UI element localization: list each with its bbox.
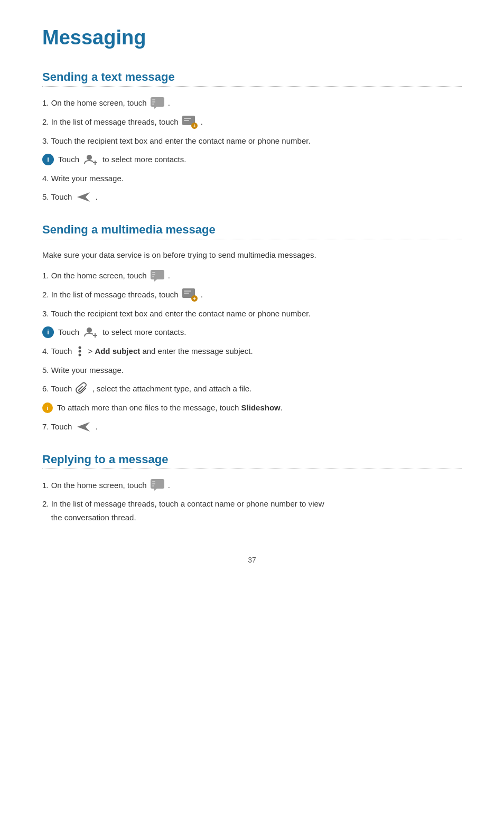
tip-2-slideshow: i To attach more than one files to the m…: [42, 401, 462, 415]
svg-point-29: [79, 353, 81, 356]
tip-1-contacts: i Touch to select more contacts.: [42, 153, 462, 166]
info-icon-sm-1: i: [42, 403, 53, 413]
step-2-5: 5. Write your message.: [42, 363, 462, 377]
svg-marker-4: [154, 107, 157, 109]
svg-marker-13: [77, 192, 90, 202]
svg-rect-15: [152, 272, 155, 273]
step-3-2: 2. In the list of message threads, touch…: [42, 497, 462, 524]
section-title-reply: Replying to a message: [42, 453, 462, 466]
more-icon-1: [75, 344, 85, 358]
step-2-7: 7. Touch .: [42, 420, 462, 434]
section-title-multimedia: Sending a multimedia message: [42, 223, 462, 237]
section-multimedia-message: Sending a multimedia message Make sure y…: [42, 223, 462, 434]
step-2-4: 4. Touch > Add subject and enter the mes…: [42, 344, 462, 358]
svg-rect-32: [152, 481, 155, 482]
svg-rect-21: [184, 293, 189, 294]
tip-2-contacts: i Touch to select more contacts.: [42, 325, 462, 339]
step-1-5: 5. Touch .: [42, 190, 462, 204]
svg-point-27: [79, 346, 81, 349]
section-title-text: Sending a text message: [42, 70, 462, 84]
section-divider-3: [42, 469, 462, 469]
add-contact-icon-1: [83, 153, 98, 166]
messaging-icon-2: [150, 269, 165, 282]
step-1-1: 1. On the home screen, touch .: [42, 96, 462, 110]
messaging-icon-3: [150, 479, 165, 491]
svg-rect-1: [152, 99, 155, 100]
compose-icon-1: +: [182, 115, 198, 129]
section-text-message: Sending a text message 1. On the home sc…: [42, 70, 462, 204]
svg-rect-34: [152, 485, 154, 486]
svg-point-10: [87, 155, 92, 160]
svg-rect-2: [152, 101, 155, 102]
svg-rect-7: [184, 120, 189, 121]
send-icon-1: [75, 190, 92, 204]
send-icon-2: [75, 420, 92, 434]
svg-point-28: [79, 350, 81, 352]
svg-rect-20: [184, 291, 191, 292]
multimedia-intro: Make sure your data service is on before…: [42, 249, 462, 261]
section-divider-2: [42, 239, 462, 239]
svg-rect-6: [184, 118, 191, 119]
info-icon-2: i: [42, 326, 54, 338]
section-reply-message: Replying to a message 1. On the home scr…: [42, 453, 462, 525]
step-2-1: 1. On the home screen, touch .: [42, 269, 462, 283]
messaging-icon-1: [150, 97, 165, 109]
add-contact-icon-2: [83, 326, 98, 339]
svg-rect-33: [152, 483, 155, 484]
step-2-3: 3. Touch the recipient text box and ente…: [42, 307, 462, 321]
step-2-2: 2. In the list of message threads, touch…: [42, 288, 462, 302]
section-divider: [42, 86, 462, 87]
page-title: Messaging: [42, 26, 462, 49]
svg-marker-18: [154, 279, 157, 282]
attach-icon: [75, 382, 89, 396]
svg-marker-35: [154, 489, 157, 491]
step-1-4: 4. Write your message.: [42, 172, 462, 185]
page-number: 37: [42, 556, 462, 564]
svg-text:+: +: [193, 123, 196, 129]
step-3-1: 1. On the home screen, touch .: [42, 479, 462, 492]
svg-text:+: +: [193, 296, 196, 302]
svg-point-24: [87, 327, 92, 333]
info-icon-1: i: [42, 154, 54, 165]
svg-marker-30: [77, 422, 90, 432]
step-1-3: 3. Touch the recipient text box and ente…: [42, 134, 462, 148]
svg-rect-3: [152, 104, 154, 105]
svg-rect-16: [152, 274, 155, 275]
step-1-2: 2. In the list of message threads, touch…: [42, 115, 462, 129]
svg-rect-17: [152, 276, 154, 277]
compose-icon-2: +: [182, 288, 198, 302]
step-2-6: 6. Touch , select the attachment type, a…: [42, 382, 462, 396]
